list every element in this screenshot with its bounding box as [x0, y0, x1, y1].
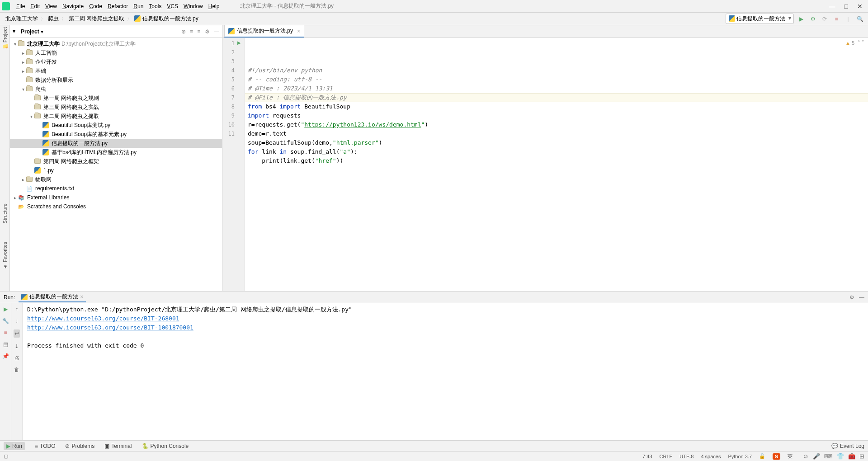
run-gear-icon[interactable]: ⚙	[849, 294, 854, 301]
tree-item[interactable]: ▸基础	[10, 66, 222, 75]
lock-icon[interactable]: 🔓	[759, 453, 765, 459]
breadcrumb-item[interactable]: 第二周 网络爬虫之提取	[67, 14, 126, 24]
tree-item[interactable]: ▾第二周 网络爬虫之提取	[10, 112, 222, 121]
run-coverage-icon[interactable]: ⟳	[820, 14, 829, 24]
print-icon[interactable]: 🖨	[14, 355, 19, 361]
expand-icon[interactable]: ≡	[190, 28, 193, 35]
trash-icon[interactable]: 🗑	[14, 367, 19, 373]
favorites-tool-tab[interactable]: ★ Favorites	[2, 242, 8, 269]
tree-item[interactable]: Beautiful Soup库测试.py	[10, 121, 222, 130]
problems-icon: ⊘	[65, 443, 70, 449]
project-collapse-icon[interactable]: ▾	[13, 28, 20, 35]
menu-edit[interactable]: Edit	[28, 2, 42, 11]
tree-item[interactable]: 第一周 网络爬虫之规则	[10, 94, 222, 103]
collapse-icon[interactable]: ≡	[197, 28, 200, 35]
tool-settings-icon[interactable]: 🔧	[2, 318, 9, 324]
soft-wrap-icon[interactable]: ↩	[14, 329, 20, 338]
layout-icon[interactable]: ▤	[3, 341, 8, 348]
target-icon[interactable]: ⊕	[181, 28, 186, 35]
tree-item[interactable]: 数据分析和展示	[10, 75, 222, 85]
project-tree[interactable]: ▾北京理工大学D:\pythonProject\北京理工大学▸人工智能▸企业开发…	[10, 38, 222, 291]
close-run-tab-icon[interactable]: ×	[80, 294, 83, 300]
keyboard-icon[interactable]: ⌨	[824, 453, 833, 460]
tree-item[interactable]: ▸📚External Libraries	[10, 193, 222, 202]
bottom-tab-todo[interactable]: ≡TODO	[35, 443, 55, 449]
menu-code[interactable]: Code	[86, 2, 105, 11]
status-crlf[interactable]: CRLF	[660, 454, 673, 459]
tree-item[interactable]: 基于bs4库的HTML内容遍历方法.py	[10, 148, 222, 157]
run-config-select[interactable]: 信息提取的一般方法	[726, 14, 794, 24]
gear-icon[interactable]: ⚙	[205, 28, 210, 35]
tree-item[interactable]: Beautiful Soup库的基本元素.py	[10, 130, 222, 139]
tree-item[interactable]: 1.py	[10, 166, 222, 175]
tree-item[interactable]: 📄requirements.txt	[10, 184, 222, 193]
breadcrumb-item[interactable]: 北京理工大学	[4, 14, 40, 24]
status-indent[interactable]: 4 spaces	[701, 454, 721, 459]
mic-icon[interactable]: 🎤	[813, 453, 820, 460]
menu-vcs[interactable]: VCS	[164, 2, 181, 11]
project-tool-tab[interactable]: 📁Project	[2, 27, 8, 50]
hide-icon[interactable]: —	[214, 28, 219, 35]
run-output[interactable]: D:\Python\python.exe "D:/pythonProject/北…	[23, 303, 868, 440]
output-link-2[interactable]: http://www.icourse163.org/course/BIT-100…	[27, 324, 193, 331]
status-left-icon[interactable]: ▢	[4, 453, 8, 459]
menu-help[interactable]: Help	[206, 2, 222, 11]
editor-tab-active[interactable]: 信息提取的一般方法.py ×	[224, 25, 304, 38]
run-icon[interactable]: ▶	[797, 14, 806, 24]
maximize-icon[interactable]: □	[844, 3, 848, 10]
tree-item[interactable]: 📂Scratches and Consoles	[10, 202, 222, 211]
down-stack-icon[interactable]: ↓	[15, 318, 18, 324]
minimize-icon[interactable]: —	[829, 3, 835, 10]
close-icon[interactable]: ✕	[857, 3, 863, 10]
tree-root[interactable]: ▾北京理工大学D:\pythonProject\北京理工大学	[10, 39, 222, 48]
run-gutter-icon[interactable]: ▶	[237, 40, 241, 45]
run-tab-active[interactable]: 信息提取的一般方法 ×	[19, 292, 86, 302]
close-tab-icon[interactable]: ×	[297, 28, 300, 34]
bottom-tab-terminal[interactable]: ▣Terminal	[104, 443, 132, 449]
structure-tool-tab[interactable]: Structure	[2, 203, 8, 224]
menu-run[interactable]: Run	[131, 2, 146, 11]
output-link-1[interactable]: http://www.icourse163.org/course/BIT-268…	[27, 315, 179, 322]
bottom-tab-problems[interactable]: ⊘Problems	[65, 443, 94, 449]
search-icon[interactable]: 🔍	[855, 14, 864, 24]
menu-file[interactable]: File	[14, 2, 28, 11]
menu-tools[interactable]: Tools	[146, 2, 164, 11]
menu-refactor[interactable]: Refactor	[105, 2, 131, 11]
tree-item[interactable]: ▾爬虫	[10, 85, 222, 94]
toolbox-icon[interactable]: 🧰	[848, 453, 855, 460]
menu-view[interactable]: View	[42, 2, 60, 11]
stop-icon[interactable]: ■	[832, 14, 841, 24]
tree-item[interactable]: ▸企业开发	[10, 57, 222, 66]
up-icon[interactable]: ˄	[858, 40, 860, 46]
scroll-end-icon[interactable]: ⤓	[14, 343, 19, 349]
stop-run-icon[interactable]: ■	[4, 329, 7, 336]
tree-item[interactable]: ▸物联网	[10, 175, 222, 184]
up-stack-icon[interactable]: ↑	[15, 306, 18, 312]
tree-item[interactable]: 第三周 网络爬虫之实战	[10, 103, 222, 112]
run-hide-icon[interactable]: —	[859, 294, 864, 301]
pin-icon[interactable]: 📌	[2, 353, 9, 359]
tree-item[interactable]: 信息提取的一般方法.py	[10, 139, 222, 148]
bottom-tab-python-console[interactable]: 🐍Python Console	[142, 443, 189, 449]
menu-navigate[interactable]: Navigate	[60, 2, 86, 11]
debug-icon[interactable]: ⚙	[808, 14, 817, 24]
editor-code[interactable]: #!/usr/bin/env python# -- coding: utf-8 …	[245, 38, 868, 291]
tree-item[interactable]: 第四周 网络爬虫之框架	[10, 157, 222, 166]
rerun-icon[interactable]: ▶	[4, 306, 8, 312]
status-encoding[interactable]: UTF-8	[679, 454, 693, 459]
status-python[interactable]: Python 3.7	[728, 454, 752, 459]
ime-lang[interactable]: 英	[788, 453, 793, 460]
shirt-icon[interactable]: 👕	[837, 453, 844, 460]
breadcrumb-item[interactable]: 信息提取的一般方法.py	[132, 14, 200, 24]
menu-window[interactable]: Window	[181, 2, 206, 11]
editor-body[interactable]: 1234567891011 ▶ #!/usr/bin/env python# -…	[222, 38, 868, 291]
down-icon[interactable]: ˅	[862, 40, 864, 46]
tree-item[interactable]: ▸人工智能	[10, 48, 222, 57]
ime-icon[interactable]: S	[773, 453, 780, 460]
grid-icon[interactable]: ⊞	[859, 453, 864, 460]
bottom-tab-run[interactable]: ▶Run	[4, 442, 25, 450]
warning-icon[interactable]: ▲	[845, 40, 850, 46]
bottom-tab-event-log[interactable]: 💬Event Log	[831, 443, 864, 449]
emoji-icon[interactable]: ☺	[802, 453, 808, 460]
breadcrumb-item[interactable]: 爬虫	[46, 14, 61, 24]
